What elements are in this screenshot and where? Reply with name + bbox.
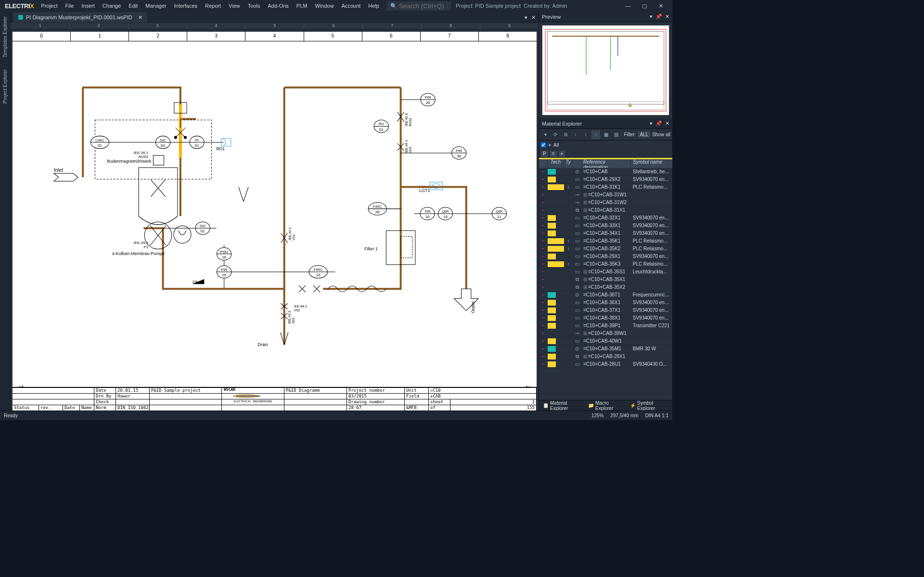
- svg-text:/EE:44.2: /EE:44.2: [294, 305, 307, 308]
- svg-text:01: 01: [98, 143, 102, 148]
- svg-text:PIR: PIR: [221, 268, 228, 272]
- filter-icon[interactable]: ▤: [612, 130, 620, 139]
- svg-text:4-Kolben-Membran-Pumpe: 4-Kolben-Membran-Pumpe: [112, 251, 165, 256]
- table-row[interactable]: − ⧉ ⊞=C10+CAB-28X1: [539, 353, 672, 360]
- tab-close-icon[interactable]: ✕: [138, 14, 142, 21]
- tab-close-all-icon[interactable]: ✕: [531, 14, 536, 21]
- search-box[interactable]: 🔍: [386, 1, 451, 11]
- group-icon[interactable]: ▦: [602, 130, 610, 139]
- svg-text:10: 10: [222, 255, 226, 259]
- table-row[interactable]: − ⊸ ⊞=C10+CAB-39W1: [539, 330, 672, 337]
- pin-icon[interactable]: 📌: [655, 120, 662, 127]
- pin-icon[interactable]: 📌: [655, 13, 662, 20]
- table-row[interactable]: − ▭ =C10+CAB-39P1 Transmitter C221: [539, 322, 672, 330]
- menubar: ELECTRIX Project File Insert Change Edit…: [0, 0, 672, 12]
- svg-text:/EE:44.3: /EE:44.3: [288, 311, 291, 324]
- material-table-body[interactable]: − ⊙ =C10+CAB Stellantrieb, be... − ▭ =C1…: [539, 168, 672, 400]
- menu-tools[interactable]: Tools: [244, 0, 264, 12]
- table-row[interactable]: − ↕ ▭ =C10+CAB-35K3 PLC Relaismo...: [539, 260, 672, 268]
- menu-change[interactable]: Change: [99, 0, 125, 12]
- document-tab[interactable]: PI Diagramm Musterprojekt_PID.0001.wsPID…: [13, 12, 147, 23]
- tab-project-explorer[interactable]: Project Explorer: [1, 66, 9, 106]
- table-row[interactable]: − ▭ =C10+CAB-37X1 SV9340070 en...: [539, 307, 672, 314]
- table-row[interactable]: − ▭ ⊞=C10+CAB-35S1 Leuchtdruckta...: [539, 268, 672, 276]
- preview-title: Preview: [542, 14, 561, 20]
- table-row[interactable]: − ⊸ ⊞=C10+CAB-31W1: [539, 191, 672, 199]
- svg-text:SIC: SIC: [160, 138, 167, 142]
- table-row[interactable]: − ⊸ ⊞=C10+CAB-31W2: [539, 199, 672, 206]
- dropdown-icon[interactable]: ▾: [541, 130, 550, 139]
- close-icon[interactable]: ✕: [665, 13, 669, 20]
- table-row[interactable]: − ▭ =C10+CAB-29X1 SV9340070 en...: [539, 253, 672, 260]
- menu-view[interactable]: View: [225, 0, 244, 12]
- tab-macro-explorer[interactable]: 📁 Macro Explorer: [586, 399, 626, 412]
- table-row[interactable]: − ▭ =C10+CAB-38X1 SV9340070 en...: [539, 314, 672, 322]
- menu-project[interactable]: Project: [38, 0, 61, 12]
- table-row[interactable]: − ↕ ▭ =C10+CAB-35K2 PLC Relaismo...: [539, 245, 672, 253]
- chip-plus[interactable]: +: [559, 151, 565, 157]
- table-row[interactable]: − ▭ =C10+CAB-34X1 SV9340070 en...: [539, 230, 672, 237]
- canvas-area[interactable]: 012 345 678 of to: [11, 30, 539, 410]
- menu-window[interactable]: Window: [311, 0, 337, 12]
- svg-text:PIR: PIR: [456, 149, 462, 153]
- pid-diagram: LIRC 01 SIC 02 PI 01 SIC 01 PSH 10 PIR 1…: [13, 41, 537, 381]
- tab-dropdown-icon[interactable]: ▾: [525, 14, 527, 21]
- menu-interfaces[interactable]: Interfaces: [171, 0, 201, 12]
- svg-text:/EE:44.4: /EE:44.4: [405, 140, 408, 153]
- menu-insert[interactable]: Insert: [78, 0, 98, 12]
- menu-file[interactable]: File: [62, 0, 77, 12]
- menu-help[interactable]: Help: [365, 0, 383, 12]
- menu-plm[interactable]: PLM: [293, 0, 311, 12]
- svg-point-73: [184, 136, 187, 139]
- show-all-link[interactable]: Show all: [652, 132, 670, 137]
- menu-report[interactable]: Report: [202, 0, 224, 12]
- chip-p[interactable]: P: [541, 151, 548, 157]
- chip-eq[interactable]: =: [550, 151, 557, 157]
- ruler-horizontal: 123 456 789: [11, 23, 539, 30]
- svg-text:11: 11: [497, 215, 501, 219]
- table-row[interactable]: − ▭ =C10+CAB-33X1 SV9340070 en...: [539, 222, 672, 230]
- table-row[interactable]: − ▭ =C10+CAB-28U1 SV9340430 O...: [539, 360, 672, 368]
- tab-material-explorer[interactable]: 📋 Material Explorer: [541, 399, 584, 412]
- filter-label: Filter:: [624, 132, 636, 137]
- svg-text:PIR: PIR: [424, 95, 431, 100]
- table-row[interactable]: − ⊙ =C10+CAB-36T1 Frequenzumric...: [539, 291, 672, 299]
- table-row[interactable]: − ⧉ ⊞=C10+CAB-31X1: [539, 206, 672, 214]
- table-row[interactable]: − ▭ =C10+CAB-40W1: [539, 337, 672, 345]
- minimize-button[interactable]: —: [622, 0, 634, 12]
- tab-templates-explorer[interactable]: Templates Explorer: [1, 13, 9, 61]
- svg-text:LIRC: LIRC: [95, 138, 104, 142]
- drawing-canvas[interactable]: 012 345 678 of to: [13, 32, 537, 410]
- table-row[interactable]: − ▭ =C10+CAB-32X1 SV9340070 en...: [539, 214, 672, 222]
- menu-edit[interactable]: Edit: [125, 0, 141, 12]
- filter-checkbox[interactable]: [541, 142, 546, 147]
- table-row[interactable]: − ⊙ =C10+CAB-35M1 BMR 30 W: [539, 345, 672, 353]
- table-row[interactable]: − ↕ ▭ =C10+CAB-31K1 PLC Relaismo...: [539, 183, 672, 191]
- close-button[interactable]: ✕: [655, 0, 667, 12]
- table-row[interactable]: − ▭ =C10+CAB-36X1 SV9340070 en...: [539, 299, 672, 307]
- sort3-icon[interactable]: ↕: [591, 130, 600, 139]
- table-row[interactable]: − ⧉ ⊞=C10+CAB-35X2: [539, 283, 672, 291]
- sort2-icon[interactable]: ↕: [581, 130, 590, 139]
- chevron-down-icon[interactable]: ▾: [650, 13, 653, 20]
- menu-addons[interactable]: Add-Ons: [264, 0, 292, 12]
- table-row[interactable]: − ⊙ =C10+CAB Stellantrieb, be...: [539, 168, 672, 176]
- table-row[interactable]: − ↕ ▭ =C10+CAB-35K1 PLC Relaismo...: [539, 237, 672, 245]
- search-input[interactable]: [399, 2, 447, 10]
- filter-all-button[interactable]: ALL: [638, 131, 650, 138]
- explorer-tabs: 📋 Material Explorer 📁 Macro Explorer ⚡ S…: [539, 400, 672, 410]
- copy-icon[interactable]: ⧉: [561, 130, 570, 139]
- close-icon[interactable]: ✕: [665, 120, 669, 127]
- maximize-button[interactable]: ▢: [639, 0, 650, 12]
- table-row[interactable]: − ▭ =C10+CAB-29X2 SV9340070 en...: [539, 176, 672, 183]
- tab-symbol-explorer[interactable]: ⚡ Symbol Explorer: [628, 399, 670, 412]
- menu-manager[interactable]: Manager: [142, 0, 169, 12]
- table-row[interactable]: − ⧉ ⊞=C10+CAB-35X1: [539, 276, 672, 283]
- sort1-icon[interactable]: ↕: [571, 130, 580, 139]
- menu-account[interactable]: Account: [338, 0, 364, 12]
- svg-text:01: 01: [201, 229, 205, 233]
- chevron-down-icon[interactable]: ▾: [650, 120, 653, 127]
- preview-body[interactable]: [539, 22, 672, 118]
- left-sidebar: Templates Explorer Project Explorer: [0, 12, 11, 410]
- refresh-icon[interactable]: ⟳: [551, 130, 560, 139]
